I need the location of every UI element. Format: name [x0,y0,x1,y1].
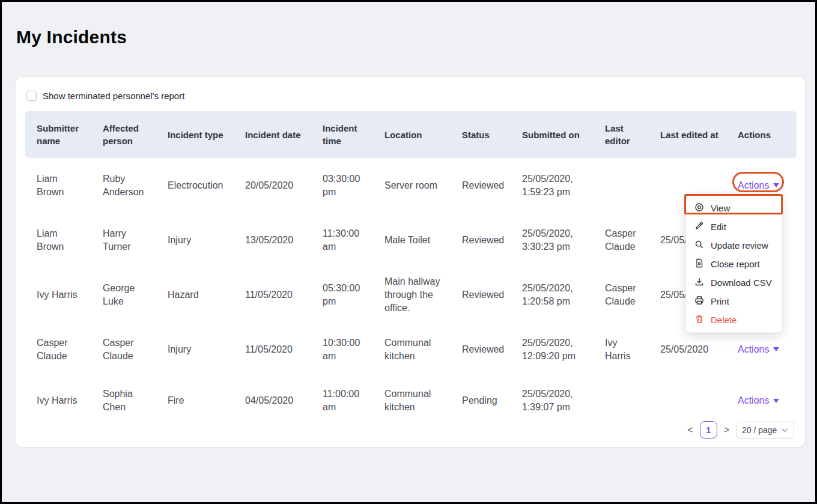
cell-type: Injury [156,234,234,247]
cell-affected: Harry Turner [91,227,156,254]
cell-date: 13/05/2020 [234,234,311,247]
terminated-filter-row: Show terminated personnel's report [16,77,805,103]
cell-status: Reviewed [451,234,511,247]
cell-time: 05:30:00 pm [311,282,373,308]
cell-status: Reviewed [451,288,511,302]
cell-time: 10:30:00 am [311,336,373,363]
col-header-incident-time: Incident time [311,122,373,147]
menu-item-label: Delete [711,315,737,325]
table-row: Ivy Harris George Luke Hazard 11/05/2020… [25,267,797,322]
cell-last-edited-at: 25/05/2020 [649,343,726,356]
current-page-button[interactable]: 1 [700,421,717,439]
cell-submitter: Liam Brown [25,227,91,254]
cell-submitted-on: 25/05/2020, 1:20:58 pm [511,282,594,308]
actions-button-label: Actions [738,395,769,406]
menu-item-view[interactable]: View [686,199,782,217]
page-size-select[interactable]: 20 / page [736,422,794,439]
col-header-actions: Actions [726,129,797,141]
menu-item-print[interactable]: Print [686,292,782,311]
next-page-button[interactable]: > [723,425,730,436]
menu-item-label: View [711,203,730,213]
table-row: Liam Brown Harry Turner Injury 13/05/202… [25,213,797,267]
pagination: < 1 > 20 / page [686,421,794,439]
cell-submitter: Casper Claude [25,336,91,363]
chevron-down-icon [782,426,788,434]
menu-item-label: Close report [711,259,760,269]
cell-date: 20/05/2020 [234,179,311,192]
magnifier-icon [694,240,704,251]
cell-last-editor: Casper Claude [594,227,649,254]
cell-date: 11/05/2020 [234,343,311,356]
cell-affected: George Luke [91,282,156,308]
cell-date: 04/05/2020 [234,394,311,407]
cell-time: 03:30:00 pm [311,172,373,199]
col-header-submitter-name: Submitter name [25,122,91,147]
col-header-submitted-on: Submitted on [511,129,594,141]
cell-type: Fire [156,394,234,407]
cell-type: Hazard [156,288,234,302]
table-header-row: Submitter name Affected person Incident … [25,111,797,158]
menu-item-download-csv[interactable]: Download CSV [686,273,782,292]
cell-last-editor: Ivy Harris [594,336,649,363]
download-icon [694,277,704,288]
cell-type: Electrocution [156,179,234,192]
menu-item-label: Download CSV [711,278,772,288]
cell-location: Male Toilet [373,234,451,247]
prev-page-button[interactable]: < [686,425,694,436]
table-row: Ivy Harris Sophia Chen Fire 04/05/2020 1… [25,377,797,425]
chevron-down-icon [773,347,779,351]
col-header-last-editor: Last editor [594,122,649,147]
menu-item-label: Print [711,296,729,306]
cell-submitted-on: 25/05/2020, 3:30:23 pm [511,227,594,254]
eye-icon [694,202,704,214]
col-header-last-edited-at: Last edited at [649,129,726,141]
cell-date: 11/05/2020 [234,288,311,302]
cell-location: Communal kitchen [373,336,451,363]
cell-time: 11:30:00 am [311,227,373,254]
actions-dropdown-menu: View Edit Update review Close report Dow… [685,195,782,333]
cell-location: Main hallway through the office. [373,275,451,315]
document-lock-icon [694,258,704,270]
cell-location: Communal kitchen [373,387,451,414]
pencil-icon [694,221,704,232]
cell-submitter: Ivy Harris [25,288,91,302]
actions-button-label: Actions [738,344,769,355]
page-size-value: 20 / page [742,425,777,435]
cell-submitter: Ivy Harris [25,394,91,407]
col-header-incident-type: Incident type [156,129,234,141]
col-header-status: Status [451,129,511,141]
show-terminated-checkbox[interactable] [26,91,37,101]
cell-type: Injury [156,343,234,356]
menu-item-close-report[interactable]: Close report [686,255,782,273]
cell-location: Server room [373,179,451,192]
col-header-affected-person: Affected person [91,122,156,147]
actions-dropdown-button[interactable]: Actions [738,180,779,191]
app-window: My Incidents Show terminated personnel's… [0,0,817,504]
col-header-location: Location [373,129,451,141]
cell-affected: Casper Claude [91,336,156,363]
menu-item-update-review[interactable]: Update review [686,236,782,255]
col-header-incident-date: Incident date [234,129,311,141]
cell-status: Reviewed [451,179,511,192]
table-row: Liam Brown Ruby Anderson Electrocution 2… [25,158,797,213]
cell-affected: Ruby Anderson [91,172,156,199]
actions-dropdown-button[interactable]: Actions [738,344,779,355]
table-row: Casper Claude Casper Claude Injury 11/05… [25,322,797,377]
menu-item-label: Edit [711,222,726,232]
show-terminated-label: Show terminated personnel's report [43,91,184,101]
cell-status: Reviewed [451,343,511,356]
cell-last-editor: Casper Claude [594,282,649,308]
page-title: My Incidents [16,27,127,47]
menu-item-edit[interactable]: Edit [686,217,782,236]
cell-submitted-on: 25/05/2020, 1:59:23 pm [511,172,594,199]
cell-affected: Sophia Chen [91,387,156,414]
chevron-down-icon [773,399,779,403]
actions-dropdown-button[interactable]: Actions [738,395,779,406]
menu-item-delete[interactable]: Delete [686,311,782,329]
cell-submitted-on: 25/05/2020, 12:09:20 pm [511,336,594,363]
actions-button-label: Actions [738,180,769,191]
printer-icon [694,296,704,307]
cell-time: 11:00:00 am [311,387,373,414]
incidents-table: Submitter name Affected person Incident … [25,111,797,425]
chevron-down-icon [773,183,779,187]
